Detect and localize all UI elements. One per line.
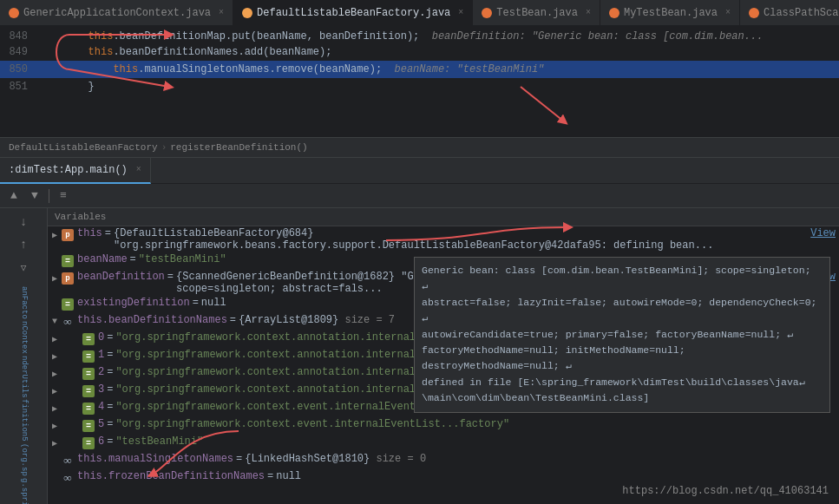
tab-generic-application-context[interactable]: GenericApplicationContext.java × — [0, 0, 233, 26]
expand-icon[interactable]: ▶ — [48, 334, 62, 344]
var-value: "org.springframework.context.annotation.… — [115, 383, 453, 396]
type-icon-eq: = — [82, 403, 95, 415]
debug-session-tab[interactable]: :dimTest:App.main() × — [0, 158, 151, 184]
var-name: 5 — [98, 418, 104, 430]
breadcrumb: DefaultListableBeanFactory › registerBea… — [0, 137, 839, 158]
expand-icon[interactable]: ▶ — [48, 386, 62, 396]
tab-classpath-scanning[interactable]: ClassPathScanningCandidateC... × — [740, 0, 839, 26]
sidebar-item-up[interactable]: ↑ — [10, 234, 37, 255]
pause-button[interactable]: ▼ — [26, 187, 43, 205]
sidebar-label-anfactor[interactable]: anFacto — [20, 286, 28, 319]
debug-tab-close[interactable]: × — [136, 165, 141, 174]
variable-index-5[interactable]: ▶ = 5 = "org.springframework.context.eve… — [48, 417, 839, 435]
line-content: this.manualSingletonNames.remove(beanNam… — [35, 63, 544, 75]
tab-close-icon[interactable]: × — [725, 8, 731, 17]
var-value: "testBeanMini" — [139, 253, 226, 265]
debug-session-label: :dimTest:App.main() — [9, 164, 128, 176]
expand-icon[interactable]: ▶ — [48, 403, 62, 414]
toolbar-separator — [49, 189, 49, 203]
code-line-849: 849 this.beanDefinitionNames.add(beanNam… — [0, 43, 839, 61]
sidebar-label-finitions[interactable]: finition5 — [20, 399, 28, 442]
code-line-848: 848 this.beanDefinitionMap.put(beanName,… — [0, 26, 839, 43]
code-editor: 848 this.beanDefinitionMap.put(beanName,… — [0, 26, 839, 137]
var-size: size = 0 — [376, 453, 426, 465]
breadcrumb-item-2[interactable]: registerBeanDefinition() — [170, 142, 307, 153]
java-file-icon — [749, 8, 759, 18]
step-up-icon[interactable]: ↑ — [10, 234, 37, 255]
line-number: 851 — [0, 81, 35, 93]
code-line-851: 851 } — [0, 78, 839, 95]
filter-icon[interactable]: ▽ — [10, 257, 37, 278]
var-value: "org.springframework.context.event.inter… — [115, 418, 509, 430]
var-equals: = — [105, 227, 111, 239]
sidebar-item-down[interactable]: ↓ — [10, 212, 37, 232]
variable-frozenbeandefinitionnames[interactable]: ∞ this.frozenBeanDefinitionNames = null — [48, 469, 839, 487]
var-name: 0 — [98, 331, 104, 344]
sidebar-label-gspring[interactable]: g.spring — [20, 478, 28, 504]
java-file-icon — [9, 8, 19, 18]
view-link[interactable]: View — [810, 227, 836, 239]
tab-my-test-bean[interactable]: MyTestBean.java × — [600, 0, 740, 26]
var-equals: = — [107, 435, 113, 448]
var-equals: = — [107, 331, 113, 344]
debug-body: ↓ ↑ ▽ anFacto nContex nderUtils finition… — [0, 208, 839, 504]
var-equals: = — [193, 297, 199, 309]
var-equals: = — [107, 366, 113, 378]
var-name: beanName — [77, 253, 128, 265]
variables-view-button[interactable]: ≡ — [55, 187, 72, 205]
expand-icon[interactable]: ▶ — [48, 369, 62, 379]
type-icon-p: p — [62, 272, 74, 285]
tab-default-listable-bean-factory[interactable]: DefaultListableBeanFactory.java × — [233, 0, 473, 26]
breadcrumb-item-1[interactable]: DefaultListableBeanFactory — [9, 142, 158, 153]
var-name: this.beanDefinitionNames — [77, 314, 227, 326]
var-value: {LinkedHashSet@1810} — [245, 453, 376, 465]
sidebar-item-filter[interactable]: ▽ — [10, 257, 37, 278]
expand-icon[interactable]: ▼ — [48, 317, 62, 326]
var-name: 4 — [98, 401, 104, 413]
type-icon-eq: = — [82, 368, 95, 380]
resume-button[interactable]: ▲ — [5, 187, 23, 205]
variable-index-6[interactable]: ▶ = 6 = "testBeanMini" — [48, 435, 839, 452]
variables-panel: Variables ▶ p this = {DefaultListableBea… — [48, 208, 839, 504]
var-value: "testBeanMini" — [115, 435, 203, 448]
variable-this[interactable]: ▶ p this = {DefaultListableBeanFactory@6… — [48, 226, 839, 252]
line-number: 848 — [0, 30, 35, 43]
tab-close-icon[interactable]: × — [219, 8, 224, 17]
java-file-icon — [609, 8, 619, 18]
expand-icon[interactable]: ▶ — [48, 351, 62, 362]
tab-close-icon[interactable]: × — [458, 8, 463, 17]
variable-manualsingleton[interactable]: ∞ this.manualSingletonNames = {LinkedHas… — [48, 452, 839, 469]
var-value: "org.springframework.context.annotation.… — [115, 331, 453, 344]
var-name: 2 — [98, 366, 104, 378]
tab-label: DefaultListableBeanFactory.java — [257, 7, 450, 19]
tab-close-icon[interactable]: × — [586, 8, 591, 17]
expand-icon[interactable]: ▶ — [48, 421, 62, 431]
var-equals: = — [107, 349, 113, 361]
tooltip-line-6: \main\com\dim\bean\TestBeanMini.class] — [422, 392, 649, 403]
var-size: size = 7 — [344, 314, 395, 326]
java-file-icon — [482, 8, 492, 18]
type-icon-eq: = — [82, 333, 95, 345]
tooltip-popup: Generic bean: class [com.dim.bean.TestBe… — [414, 257, 830, 413]
sidebar-label-orgsp[interactable]: (org.sp — [20, 443, 28, 476]
debug-tab-bar: :dimTest:App.main() × — [0, 158, 839, 184]
type-icon-oo: ∞ — [62, 316, 74, 328]
var-name: this.frozenBeanDefinitionNames — [77, 470, 265, 482]
debug-toolbar: ▲ ▼ ≡ — [0, 184, 839, 208]
var-name: 1 — [98, 349, 104, 361]
sidebar-label-nderutils[interactable]: nderUtils — [20, 356, 28, 398]
watermark: https://blog.csdn.net/qq_41063141 — [622, 485, 829, 497]
expand-icon[interactable]: ▶ — [48, 230, 62, 240]
tooltip-line-5: defined in file [E:\spring_framework\dim… — [422, 376, 805, 388]
sidebar-label-ncontext[interactable]: nContex — [20, 321, 28, 354]
var-equals: = — [107, 418, 113, 430]
expand-icon[interactable]: ▶ — [48, 438, 62, 448]
expand-icon[interactable]: ▶ — [48, 273, 62, 284]
line-number: 849 — [0, 46, 35, 58]
tooltip-line-3: autowireCandidate=true; primary=false; f… — [422, 329, 793, 340]
tab-test-bean[interactable]: TestBean.java × — [473, 0, 600, 26]
step-down-icon[interactable]: ↓ — [10, 212, 37, 232]
var-value: "org.springframework.context.annotation.… — [115, 366, 453, 378]
var-name: 6 — [98, 435, 104, 448]
type-icon-eq: = — [82, 420, 95, 432]
